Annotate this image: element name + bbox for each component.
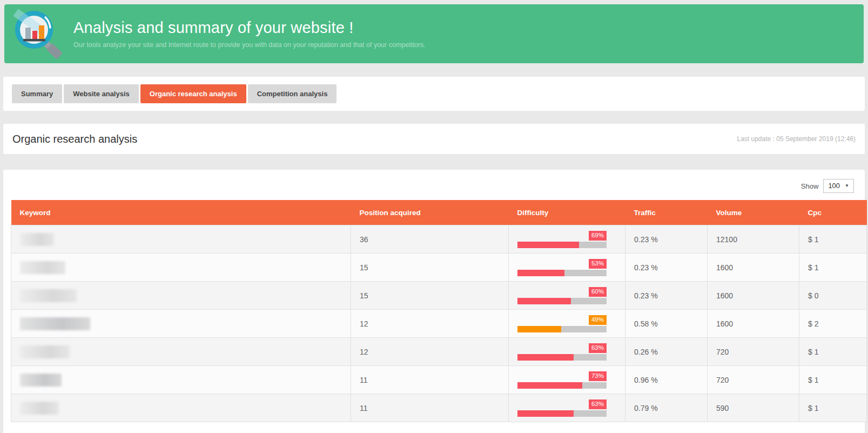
difficulty-cell: 63% (509, 394, 625, 422)
difficulty-track (517, 354, 607, 361)
last-update-text: Last update : 05 September 2019 (12:46) (737, 135, 856, 143)
difficulty-badge: 73% (589, 371, 607, 382)
difficulty-bar: 63% (517, 343, 607, 361)
table-header-row: KeywordPosition acquiredDifficultyTraffi… (11, 200, 867, 225)
difficulty-badge: 49% (589, 315, 607, 325)
results-card: Show 100 ▼ KeywordPosition acquiredDiffi… (3, 170, 865, 433)
redacted-keyword (20, 233, 54, 246)
column-header-keyword: Keyword (11, 200, 351, 225)
column-header-traffic: Traffic (625, 200, 708, 225)
column-header-difficulty: Difficulty (509, 200, 625, 225)
tab-website-analysis[interactable]: Website analysis (64, 84, 139, 103)
difficulty-badge: 63% (589, 343, 607, 354)
table-body: 3669%0.23 %12100$ 11553%0.23 %1600$ 1156… (11, 225, 867, 422)
keyword-cell (11, 338, 351, 366)
position-cell: 36 (351, 225, 509, 254)
difficulty-fill (517, 326, 561, 332)
tab-competition-analysis[interactable]: Competition analysis (248, 84, 337, 103)
difficulty-bar: 69% (517, 231, 607, 248)
difficulty-track (517, 242, 607, 248)
keyword-cell (11, 282, 351, 310)
volume-cell: 1600 (708, 310, 799, 338)
cpc-cell: $ 1 (799, 254, 867, 282)
redacted-keyword (20, 345, 70, 358)
page-title: Analysis and summary of your website ! (73, 19, 426, 37)
keyword-cell (11, 225, 351, 254)
difficulty-bar: 49% (517, 315, 607, 332)
difficulty-track (517, 298, 607, 304)
header-banner: Analysis and summary of your website ! O… (4, 4, 864, 63)
position-cell: 12 (351, 338, 509, 366)
table-row: 1553%0.23 %1600$ 1 (11, 254, 867, 282)
section-title: Organic research analysis (12, 133, 137, 145)
table-row: 1163%0.79 %590$ 1 (11, 394, 867, 422)
difficulty-badge: 69% (589, 231, 607, 241)
redacted-keyword (20, 317, 90, 330)
show-entries-select[interactable]: 100 ▼ (823, 179, 854, 193)
traffic-cell: 0.79 % (625, 394, 708, 422)
difficulty-fill (517, 270, 564, 276)
difficulty-fill (517, 410, 574, 417)
difficulty-fill (517, 298, 571, 304)
traffic-cell: 0.26 % (625, 338, 708, 366)
table-row: 1560%0.23 %1600$ 0 (11, 282, 867, 310)
difficulty-bar: 73% (517, 371, 607, 389)
keyword-cell (11, 394, 351, 422)
difficulty-track (517, 410, 607, 417)
difficulty-badge: 63% (589, 399, 607, 410)
volume-cell: 720 (708, 366, 799, 394)
volume-cell: 590 (708, 394, 799, 422)
cpc-cell: $ 1 (799, 225, 867, 254)
difficulty-cell: 49% (509, 310, 625, 338)
redacted-keyword (20, 261, 65, 274)
magnifier-bar-chart-icon (12, 7, 64, 62)
table-row: 1263%0.26 %720$ 1 (11, 338, 867, 366)
difficulty-bar: 60% (517, 287, 607, 304)
difficulty-fill (517, 382, 582, 389)
tab-organic-research-analysis[interactable]: Organic research analysis (140, 84, 246, 103)
traffic-cell: 0.23 % (625, 225, 708, 254)
position-cell: 12 (351, 310, 509, 338)
difficulty-bar: 63% (517, 399, 607, 417)
difficulty-track (517, 270, 607, 276)
table-controls: Show 100 ▼ (8, 170, 860, 200)
volume-cell: 1600 (708, 282, 799, 310)
section-header: Organic research analysis Last update : … (3, 124, 865, 154)
show-select-value: 100 (828, 182, 840, 190)
tab-summary[interactable]: Summary (12, 84, 62, 103)
keyword-cell (11, 366, 351, 394)
cpc-cell: $ 1 (799, 338, 867, 366)
position-cell: 15 (351, 282, 509, 310)
difficulty-cell: 63% (509, 338, 625, 366)
keyword-cell (11, 310, 351, 338)
traffic-cell: 0.96 % (625, 366, 708, 394)
difficulty-badge: 60% (589, 287, 607, 297)
table-row: 1249%0.58 %1600$ 2 (11, 310, 867, 338)
show-label: Show (801, 182, 819, 190)
difficulty-track (517, 382, 607, 389)
position-cell: 11 (351, 366, 509, 394)
difficulty-cell: 73% (509, 366, 625, 394)
redacted-keyword (20, 374, 62, 387)
column-header-position-acquired: Position acquired (351, 200, 509, 225)
volume-cell: 1600 (708, 254, 799, 282)
organic-research-table: KeywordPosition acquiredDifficultyTraffi… (11, 200, 867, 422)
column-header-cpc: Cpc (799, 200, 867, 225)
cpc-cell: $ 0 (799, 282, 867, 310)
page-subtitle: Our tools analyze your site and Internet… (73, 41, 426, 49)
difficulty-cell: 69% (509, 225, 625, 254)
difficulty-cell: 53% (509, 254, 625, 282)
chevron-down-icon: ▼ (845, 183, 849, 188)
keyword-cell (11, 254, 351, 282)
tab-bar: SummaryWebsite analysisOrganic research … (3, 77, 865, 111)
volume-cell: 12100 (708, 225, 799, 254)
traffic-cell: 0.58 % (625, 310, 708, 338)
cpc-cell: $ 1 (799, 394, 867, 422)
difficulty-track (517, 326, 607, 332)
difficulty-fill (517, 354, 574, 361)
position-cell: 11 (351, 394, 509, 422)
column-header-volume: Volume (708, 200, 799, 225)
traffic-cell: 0.23 % (625, 254, 708, 282)
difficulty-cell: 60% (509, 282, 625, 310)
volume-cell: 720 (708, 338, 799, 366)
